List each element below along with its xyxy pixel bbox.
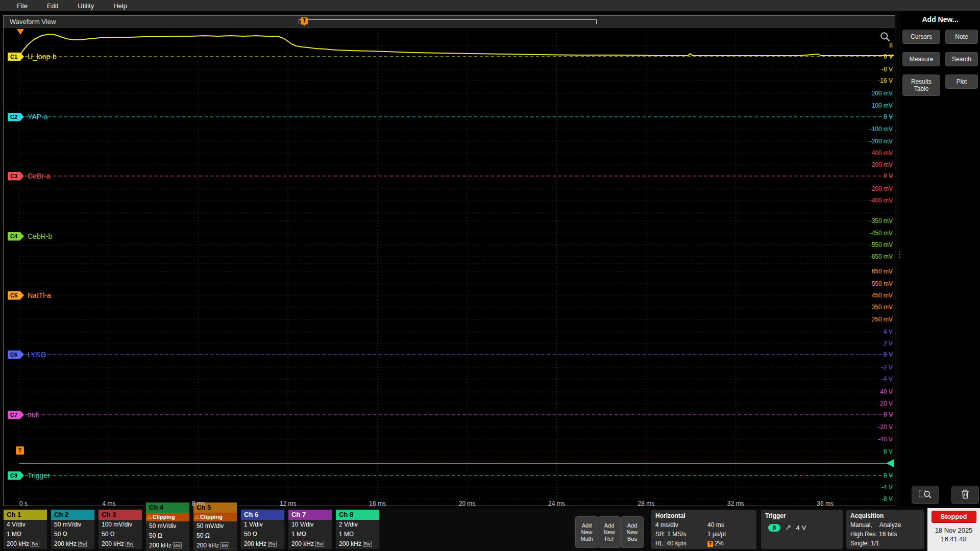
trash-icon (960, 488, 970, 502)
channel-tag-c2[interactable]: C2YAP-a (8, 112, 47, 121)
menu-bar: File Edit Utility Help (0, 0, 980, 11)
acquisition-panel[interactable]: Acquisition Manual,Analyze High Res: 16 … (846, 510, 924, 549)
record-view-bracket[interactable] (299, 19, 597, 24)
time-axis-labels: 0 s4 ms8 ms12 ms16 ms20 ms24 ms28 ms32 m… (19, 500, 834, 506)
add-new-buttons: Cursors Note Measure Search Results Tabl… (900, 30, 980, 96)
trigger-position: T 2% (707, 539, 756, 548)
note-button[interactable]: Note (945, 30, 978, 44)
channel-setting: 50 mV/div (193, 521, 237, 531)
trigger-position-marker[interactable] (17, 29, 24, 35)
acquisition-analyze: Analyze (879, 521, 901, 529)
channel-badge-c1[interactable]: C1 (8, 53, 24, 61)
sample-resolution: 1 µs/pt (707, 530, 756, 539)
channel-settings-ch8[interactable]: Ch 82 V/div1 MΩ200 kHz Bw (335, 509, 380, 549)
zoom-mode-button[interactable] (912, 486, 939, 504)
trigger-panel[interactable]: Trigger 8 ↗ 4 V (761, 510, 843, 549)
channel-tag-c4[interactable]: C4CebR-b (8, 232, 52, 241)
channel-badge-c6[interactable]: C6 (8, 350, 24, 359)
channel-setting: 200 kHz Bw (193, 541, 237, 550)
cursors-button[interactable]: Cursors (902, 30, 940, 44)
svg-text:650 mV: 650 mV (872, 268, 893, 275)
acquisition-mode: Manual, (850, 521, 872, 529)
svg-text:-200 mV: -200 mV (870, 185, 893, 192)
svg-text:-650 mV: -650 mV (870, 253, 893, 260)
record-view-trigger-flag[interactable]: T (301, 17, 308, 24)
waveform-view: Waveform View T 80 V-8 V-16 V200 mV100 m… (3, 15, 895, 506)
svg-text:28 ms: 28 ms (638, 500, 654, 506)
trigger-source-badge: 8 (768, 524, 780, 532)
svg-text:0 V: 0 V (884, 113, 893, 120)
svg-text:-4 V: -4 V (881, 375, 893, 383)
channel-setting: 200 kHz Bw (241, 539, 284, 549)
horizontal-panel[interactable]: Horizontal 4 ms/div 40 ms SR: 1 MS/s 1 µ… (651, 510, 756, 549)
add-new-ref-button[interactable]: Add New Ref (598, 516, 621, 548)
svg-text:550 mV: 550 mV (872, 280, 893, 287)
add-new-math-button[interactable]: Add New Math (575, 516, 598, 548)
channel-settings-ch5[interactable]: Ch 5⚠Clipping50 mV/div50 Ω200 kHz Bw (193, 502, 237, 551)
bandwidth-badge: Bw (268, 541, 277, 547)
delete-button[interactable] (951, 486, 979, 504)
channel-tag-c6[interactable]: C6LYSO (8, 350, 46, 359)
date-label: 18 Nov 2025 (927, 526, 980, 535)
clipping-warning: ⚠Clipping (146, 513, 189, 521)
channel-tag-c8[interactable]: C8Trigger (8, 471, 50, 480)
channel-setting: 200 kHz Bw (336, 539, 379, 549)
channel-tag-c5[interactable]: C5NaITl-a (8, 291, 51, 300)
channel-badge-c2[interactable]: C2 (8, 113, 24, 121)
channel-setting: 200 kHz Bw (4, 539, 47, 549)
channel-tag-c3[interactable]: C3CeBr-a (8, 171, 50, 181)
search-button[interactable]: Search (945, 52, 978, 66)
results-table-button[interactable]: Results Table (902, 74, 940, 96)
menu-help[interactable]: Help (104, 2, 137, 10)
channel-settings-ch7[interactable]: Ch 710 V/div1 MΩ200 kHz Bw (288, 509, 332, 549)
trigger-level-marker[interactable]: T (16, 446, 24, 455)
channel-badge-c7[interactable]: C7 (8, 411, 24, 419)
svg-text:200 mV: 200 mV (872, 90, 893, 97)
channel-header-label: Ch 6 (241, 510, 284, 520)
measure-button[interactable]: Measure (902, 52, 940, 66)
pane-resize-handle[interactable]: ⋮ (896, 252, 900, 257)
channel-settings-ch2[interactable]: Ch 250 mV/div50 Ω200 kHz Bw (51, 509, 95, 549)
horizontal-scale: 4 ms/div (655, 520, 707, 530)
channel-zero-lines (19, 57, 894, 475)
add-new-bus-button[interactable]: Add New Bus (621, 516, 644, 548)
channel-settings-ch6[interactable]: Ch 61 V/div50 Ω200 kHz Bw (240, 509, 285, 549)
svg-text:8 ms: 8 ms (192, 500, 205, 506)
magnifier-icon (919, 489, 932, 501)
channel-badge-c3[interactable]: C3 (8, 172, 24, 181)
menu-file[interactable]: File (7, 2, 37, 10)
svg-text:8 V: 8 V (884, 448, 893, 455)
add-new-title: Add New... (900, 15, 980, 23)
channel-setting: 50 Ω (146, 531, 189, 541)
svg-text:12 ms: 12 ms (280, 500, 297, 506)
svg-text:350 mV: 350 mV (872, 304, 893, 311)
trigger-settings: 8 ↗ 4 V (761, 520, 843, 532)
channel-settings-ch3[interactable]: Ch 3100 mV/div50 Ω200 kHz Bw (98, 509, 142, 549)
channel-badge-c5[interactable]: C5 (8, 291, 24, 300)
stopped-button[interactable]: Stopped (932, 511, 976, 523)
sample-rate: SR: 1 MS/s (655, 530, 707, 539)
trigger-level-arrow[interactable] (886, 459, 894, 467)
svg-text:-40 V: -40 V (878, 436, 893, 443)
svg-text:0 V: 0 V (884, 411, 893, 418)
channel-tag-c1[interactable]: C1U_loop-b (8, 52, 57, 61)
waveform-view-titlebar: Waveform View T (4, 16, 895, 28)
svg-text:-8 V: -8 V (881, 495, 893, 503)
svg-text:32 ms: 32 ms (727, 500, 744, 506)
menu-edit[interactable]: Edit (37, 2, 68, 10)
channel-setting: 50 Ω (99, 530, 142, 539)
menu-utility[interactable]: Utility (68, 2, 104, 10)
channel-badge-c4[interactable]: C4 (8, 232, 24, 241)
svg-text:-200 mV: -200 mV (870, 138, 893, 145)
svg-text:20 V: 20 V (880, 400, 893, 407)
channel-settings-ch1[interactable]: Ch 14 V/div1 MΩ200 kHz Bw (3, 509, 47, 549)
svg-text:250 mV: 250 mV (872, 316, 893, 323)
plot-button[interactable]: Plot (945, 74, 978, 89)
svg-text:0 V: 0 V (884, 53, 893, 60)
channel-badge-c8[interactable]: C8 (8, 471, 24, 480)
channel-setting: 50 Ω (241, 530, 284, 539)
channel-settings-ch4[interactable]: Ch 4⚠Clipping50 mV/div50 Ω200 kHz Bw (145, 502, 190, 551)
draw-a-box-zoom-icon[interactable] (879, 31, 891, 44)
bandwidth-badge: Bw (315, 541, 324, 547)
channel-tag-c7[interactable]: C7null (8, 410, 39, 419)
